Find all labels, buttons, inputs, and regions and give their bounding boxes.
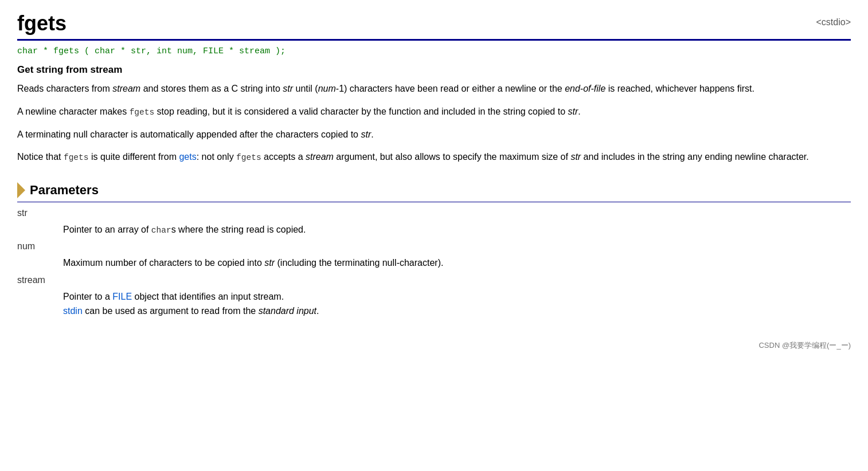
footer-credit: CSDN @我要学编程(ー_ー)	[17, 340, 851, 351]
param-desc-row: Pointer to a FILE object that identifies…	[17, 285, 851, 323]
header-tag: <cstdio>	[816, 17, 851, 28]
descriptions-container: Reads characters from stream and stores …	[17, 81, 851, 165]
page-title: fgets	[17, 11, 67, 36]
param-name-row: stream	[17, 275, 851, 285]
section-heading: Get string from stream	[17, 64, 851, 76]
param-description: Maximum number of characters to be copie…	[17, 252, 851, 275]
param-desc-row: Maximum number of characters to be copie…	[17, 252, 851, 275]
top-divider	[17, 39, 851, 41]
parameters-title: Parameters	[30, 183, 99, 198]
param-name: stream	[17, 275, 851, 285]
params-body: strPointer to an array of chars where th…	[17, 208, 851, 323]
param-description: Pointer to an array of chars where the s…	[17, 218, 851, 242]
param-name-row: num	[17, 241, 851, 252]
param-desc-row: Pointer to an array of chars where the s…	[17, 218, 851, 242]
description-paragraph: Reads characters from stream and stores …	[17, 81, 851, 96]
param-description: Pointer to a FILE object that identifies…	[17, 285, 851, 323]
parameters-header: Parameters	[17, 182, 851, 198]
function-signature: char * fgets ( char * str, int num, FILE…	[17, 46, 851, 56]
params-divider	[17, 202, 851, 202]
triangle-icon	[17, 182, 25, 198]
param-name: str	[17, 208, 851, 218]
description-paragraph: Notice that fgets is quite different fro…	[17, 150, 851, 164]
description-paragraph: A newline character makes fgets stop rea…	[17, 104, 851, 119]
parameters-table: strPointer to an array of chars where th…	[17, 208, 851, 323]
param-name-row: str	[17, 208, 851, 218]
param-name: num	[17, 241, 851, 252]
description-paragraph: A terminating null character is automati…	[17, 127, 851, 142]
page-header: fgets <cstdio>	[17, 11, 851, 36]
